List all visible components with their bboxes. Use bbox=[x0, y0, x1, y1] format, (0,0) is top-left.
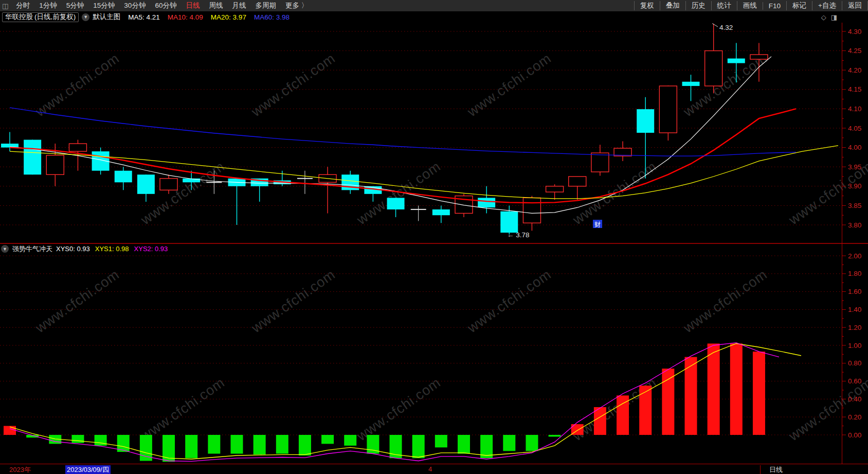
indicator-bar bbox=[639, 385, 652, 435]
indicator-value-label: XYS0: 0.93 bbox=[56, 245, 90, 253]
candle-up bbox=[546, 186, 564, 192]
price-axis-label: 3.85 bbox=[848, 202, 861, 209]
candle-down bbox=[478, 198, 495, 207]
indicator-axis-label: 1.60 bbox=[848, 288, 861, 295]
time-axis: 2023年 2023/03/09/四 4 日线 bbox=[0, 464, 868, 474]
panel-toggle-icon[interactable]: ◫ bbox=[2, 2, 8, 10]
toolbar-button[interactable]: 画线 bbox=[737, 1, 763, 10]
period-tab[interactable]: 5分钟 bbox=[62, 1, 89, 10]
toolbar-buttons: 复权叠加历史统计画线F10标记+自选返回 bbox=[634, 0, 868, 11]
indicator-bar bbox=[321, 435, 334, 444]
candle-up bbox=[523, 198, 540, 223]
indicator-bar bbox=[71, 435, 84, 443]
candle-down bbox=[500, 212, 518, 233]
ma-line-ma20 bbox=[10, 146, 838, 199]
period-tab[interactable]: 1分钟 bbox=[34, 1, 62, 10]
toolbar-button[interactable]: 叠加 bbox=[660, 1, 685, 10]
period-label: 日线 bbox=[769, 465, 783, 474]
indicator-bar bbox=[503, 435, 515, 451]
toolbar-button[interactable]: 历史 bbox=[685, 1, 711, 10]
indicator-bar bbox=[231, 435, 243, 454]
indicator-bar bbox=[730, 344, 743, 435]
toolbar-button[interactable]: 标记 bbox=[786, 1, 812, 10]
indicator-bar bbox=[753, 352, 765, 435]
ma-line-ma60 bbox=[10, 108, 796, 156]
low-marker-label: ← 3.78 bbox=[507, 231, 530, 239]
info-bar: 华联控股 (日线,前复权) ▼ 默认主图 MA5: 4.21MA10: 4.09… bbox=[0, 11, 868, 23]
indicator-bar bbox=[708, 344, 720, 435]
stock-name: 华联控股 bbox=[5, 12, 33, 22]
candle-down bbox=[637, 109, 654, 133]
indicator-bar bbox=[95, 435, 107, 446]
chart-type-dropdown-icon[interactable]: ▼ bbox=[82, 13, 89, 21]
indicator-axis-label: 0.80 bbox=[848, 359, 861, 367]
price-axis-label: 4.25 bbox=[848, 47, 861, 55]
period-tabs: 分时1分钟5分钟15分钟30分钟60分钟日线周线月线多周期更多 〉 bbox=[11, 1, 313, 10]
candle-down bbox=[137, 174, 155, 194]
ma-value-label: MA5: 4.21 bbox=[128, 13, 160, 21]
indicator-axis-label: 0.20 bbox=[848, 413, 861, 421]
indicator-axis-label: 0.00 bbox=[848, 431, 861, 439]
indicator-bar bbox=[162, 435, 175, 462]
toolbar-button[interactable]: 返回 bbox=[842, 1, 868, 10]
candle-down bbox=[115, 171, 132, 183]
candle-up bbox=[46, 155, 64, 175]
indicator-axis-label: 2.00 bbox=[848, 252, 861, 260]
candle-up bbox=[659, 86, 677, 133]
high-marker-arrow bbox=[712, 24, 718, 27]
ma-legend: MA5: 4.21MA10: 4.09MA20: 3.97MA60: 3.98 bbox=[120, 13, 290, 21]
toolbar-button[interactable]: +自选 bbox=[812, 1, 842, 10]
stock-selector[interactable]: 华联控股 (日线,前复权) bbox=[2, 12, 79, 22]
toolbar-button[interactable]: 统计 bbox=[711, 1, 737, 10]
ma-line-ma5 bbox=[10, 57, 771, 214]
period-tab[interactable]: 30分钟 bbox=[119, 1, 150, 10]
indicator-axis-label: 1.80 bbox=[848, 270, 861, 277]
period-tab[interactable]: 周线 bbox=[204, 1, 227, 10]
period-tab[interactable]: 月线 bbox=[227, 1, 250, 10]
indicator-axis-label: 1.00 bbox=[848, 342, 861, 349]
indicator-bar bbox=[435, 435, 447, 447]
indicator-value-label: XYS1: 0.98 bbox=[95, 245, 129, 253]
indicator-bar bbox=[549, 435, 561, 436]
indicator-axis-label: 1.40 bbox=[848, 306, 861, 313]
indicator-header: ▼ 强势牛气冲天 XYS0: 0.93XYS1: 0.98XYS2: 0.93 bbox=[1, 244, 168, 253]
indicator-name[interactable]: 强势牛气冲天 bbox=[12, 244, 52, 254]
period-tab[interactable]: 15分钟 bbox=[88, 1, 119, 10]
price-axis-label: 4.00 bbox=[848, 144, 861, 151]
toolbar-button[interactable]: 复权 bbox=[634, 1, 660, 10]
candle-up bbox=[160, 179, 177, 190]
candle-down bbox=[24, 140, 41, 175]
indicator-axis-label: 0.40 bbox=[848, 395, 861, 403]
diamond-icon[interactable]: ◇ bbox=[821, 13, 826, 21]
price-axis-label: 3.80 bbox=[848, 221, 861, 229]
indicator-axis-label: 1.20 bbox=[848, 324, 861, 331]
indicator-bar bbox=[254, 435, 266, 454]
indicator-dropdown-icon[interactable]: ▼ bbox=[1, 245, 9, 253]
indicator-bar bbox=[458, 435, 470, 454]
indicator-axis-label: 0.60 bbox=[848, 377, 861, 385]
period-tab[interactable]: 分时 bbox=[11, 1, 34, 10]
candle-up bbox=[705, 51, 722, 86]
ma-value-label: MA20: 3.97 bbox=[211, 13, 246, 21]
period-tab[interactable]: 多周期 bbox=[250, 1, 281, 10]
indicator-bar bbox=[4, 426, 16, 435]
indicator-bar bbox=[276, 435, 288, 454]
toolbar-button[interactable]: F10 bbox=[763, 2, 786, 10]
indicator-bar bbox=[344, 435, 356, 446]
toolbar: ◫ 分时1分钟5分钟15分钟30分钟60分钟日线周线月线多周期更多 〉 复权叠加… bbox=[0, 0, 868, 11]
indicator-bar bbox=[594, 407, 606, 435]
selected-date-label[interactable]: 2023/03/09/四 bbox=[65, 465, 111, 474]
candle-down bbox=[432, 209, 450, 215]
indicator-bar bbox=[526, 435, 538, 451]
indicator-bar bbox=[208, 435, 220, 454]
period-tab[interactable]: 更多 〉 bbox=[281, 1, 313, 10]
price-axis-label: 4.10 bbox=[848, 105, 861, 113]
indicator-bar bbox=[299, 435, 311, 455]
period-tab[interactable]: 60分钟 bbox=[150, 1, 181, 10]
stock-mode: (日线,前复权) bbox=[34, 12, 76, 22]
split-view-icon[interactable]: ◨ bbox=[831, 13, 837, 21]
chart-canvas[interactable]: 4.304.254.204.154.104.054.003.953.903.85… bbox=[0, 0, 868, 474]
period-tab[interactable]: 日线 bbox=[181, 1, 204, 10]
price-axis-label: 3.90 bbox=[848, 182, 861, 190]
indicator-bar bbox=[185, 435, 197, 458]
